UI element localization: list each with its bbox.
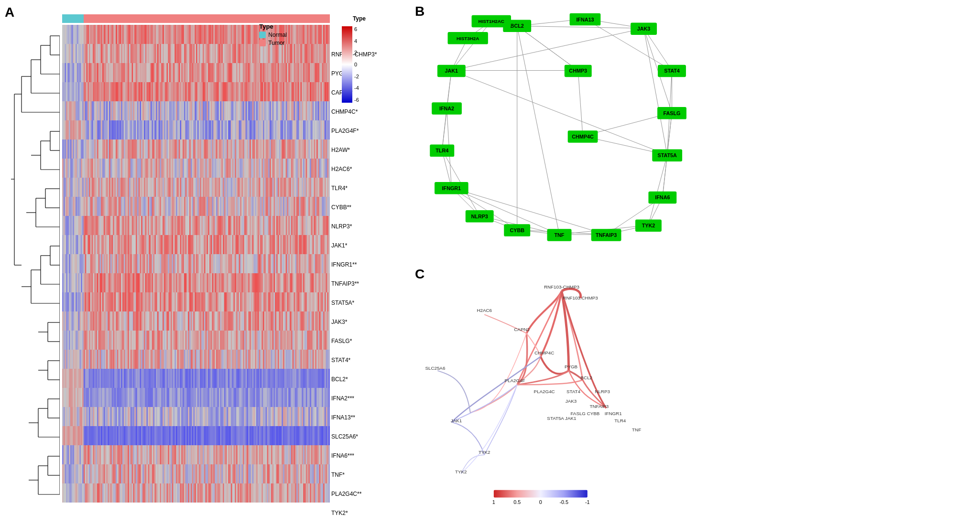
svg-text:PYGB: PYGB: [565, 364, 578, 369]
gene-label: IFNA6***: [331, 453, 354, 459]
svg-text:TYK2: TYK2: [479, 450, 490, 455]
svg-text:JAK3: JAK3: [566, 398, 577, 404]
gene-label: NLRP3*: [331, 224, 352, 229]
svg-text:CYBB: CYBB: [510, 227, 524, 233]
svg-text:STAT5A JAK1: STAT5A JAK1: [547, 416, 576, 421]
svg-text:CAPN2: CAPN2: [514, 327, 530, 332]
gene-label: TNF*: [331, 472, 345, 478]
svg-text:NLRP3: NLRP3: [595, 389, 610, 394]
svg-text:H2AC6: H2AC6: [477, 308, 492, 313]
gene-label: TNFAIP3**: [331, 281, 359, 287]
gene-label: H2AW*: [331, 147, 350, 153]
type-legend-title: Type: [259, 23, 287, 30]
network-graph-svg: BCL2 IFNA13 JAK3 STAT4 FASLG STAT5A IFNA…: [421, 10, 698, 258]
legend-gradient-bar: [342, 26, 352, 103]
svg-text:RNF103.CHMP3: RNF103.CHMP3: [563, 295, 598, 300]
gene-label: BCL2*: [331, 376, 348, 382]
panel-c: C: [411, 263, 703, 525]
svg-text:TNF: TNF: [632, 427, 641, 432]
svg-rect-170: [494, 490, 588, 498]
svg-text:HIST3H2A: HIST3H2A: [457, 36, 479, 41]
svg-text:PLA2G4F: PLA2G4F: [504, 378, 525, 383]
svg-text:TYK2: TYK2: [455, 469, 467, 474]
svg-line-66: [517, 26, 559, 235]
svg-text:TNF: TNF: [555, 232, 565, 238]
gene-label: JAK1*: [331, 243, 347, 248]
panel-b: B: [411, 0, 703, 263]
gene-label: STAT4*: [331, 357, 350, 363]
svg-text:IFNGR1: IFNGR1: [605, 411, 622, 416]
svg-text:0: 0: [539, 499, 542, 505]
svg-text:STAT5A: STAT5A: [657, 152, 677, 158]
svg-text:TNFAIP3: TNFAIP3: [596, 232, 617, 238]
gene-label: PLA2G4C**: [331, 491, 361, 497]
heatmap-container: Type: [62, 14, 330, 511]
svg-line-69: [585, 19, 672, 71]
gene-label: TLR4*: [331, 185, 348, 191]
gene-label: CYBB**: [331, 204, 351, 210]
svg-text:BCL2: BCL2: [581, 375, 592, 380]
legend-tick: 6: [354, 26, 359, 32]
svg-text:CHMP4C: CHMP4C: [534, 350, 554, 355]
normal-color-swatch: [259, 32, 266, 38]
gene-label: H2AC6*: [331, 166, 352, 172]
svg-text:IFNA2: IFNA2: [439, 106, 454, 111]
gene-label: JAK3*: [331, 319, 347, 325]
svg-line-64: [517, 26, 644, 28]
svg-text:NLRP3: NLRP3: [471, 214, 488, 219]
svg-line-104: [578, 71, 583, 136]
gene-label: IFNA2***: [331, 396, 354, 401]
svg-text:IFNA13: IFNA13: [576, 17, 594, 22]
type-bar-normal: [62, 14, 84, 23]
svg-line-105: [517, 26, 578, 70]
type-bar: [62, 14, 330, 23]
svg-text:TNFAIP3: TNFAIP3: [589, 404, 609, 409]
gene-label: IFNGR1**: [331, 262, 357, 268]
gene-label: SLC25A6*: [331, 434, 358, 439]
svg-text:IFNA6: IFNA6: [655, 194, 670, 200]
svg-line-79: [648, 155, 667, 225]
svg-text:STAT4: STAT4: [664, 68, 680, 74]
gene-label: PLA2G4F*: [331, 128, 359, 134]
svg-text:TYK2: TYK2: [642, 223, 655, 228]
svg-text:BCL2: BCL2: [511, 23, 524, 29]
legend-tick: -2: [354, 74, 359, 79]
tumor-label: Tumor: [268, 40, 284, 46]
svg-line-80: [451, 71, 667, 155]
tumor-color-swatch: [259, 40, 266, 46]
dendrogram-left: [7, 26, 60, 506]
svg-text:TLR4: TLR4: [436, 148, 448, 153]
svg-text:-1: -1: [585, 499, 590, 505]
svg-text:STAT4: STAT4: [566, 389, 581, 394]
svg-text:JAK1: JAK1: [445, 68, 458, 74]
correlation-network-svg: RNF103-CHMP3 RNF103.CHMP3 H2AC6 CAPN2 CH…: [421, 277, 698, 506]
svg-text:1: 1: [492, 499, 495, 505]
gene-label: CHMP4C*: [331, 109, 358, 115]
svg-text:CHMP4C: CHMP4C: [572, 134, 594, 139]
svg-text:RNF103-CHMP3: RNF103-CHMP3: [544, 284, 579, 289]
heatmap-canvas: [62, 25, 330, 503]
gene-label: IFNA13**: [331, 415, 355, 420]
legend-ticks: 6420-2-4-6: [354, 26, 359, 103]
legend-tick: 2: [354, 50, 359, 55]
svg-text:PLA2G4C: PLA2G4C: [534, 389, 555, 394]
svg-text:IFNGR1: IFNGR1: [442, 185, 461, 191]
panel-a: A: [0, 0, 411, 525]
svg-text:CHMP3: CHMP3: [569, 68, 587, 74]
gene-label: STAT5A*: [331, 300, 354, 306]
svg-text:JAK3: JAK3: [637, 26, 651, 32]
gene-label: FASLG*: [331, 338, 352, 344]
svg-text:-0.5: -0.5: [560, 499, 569, 505]
color-scale-legend: 6420-2-4-6: [342, 26, 380, 103]
legend-tick: 0: [354, 62, 359, 67]
gene-label: TYK2*: [331, 510, 348, 516]
legend-tick: -6: [354, 97, 359, 103]
svg-text:SLC25A6: SLC25A6: [425, 365, 445, 371]
type-legend-tumor: Tumor: [259, 40, 287, 46]
panel-a-label: A: [5, 5, 14, 20]
type-bar-tumor: [84, 14, 330, 23]
legend-tick: -4: [354, 85, 359, 91]
svg-line-72: [644, 28, 667, 155]
svg-text:TLR4: TLR4: [614, 418, 626, 423]
svg-text:0.5: 0.5: [513, 499, 521, 505]
